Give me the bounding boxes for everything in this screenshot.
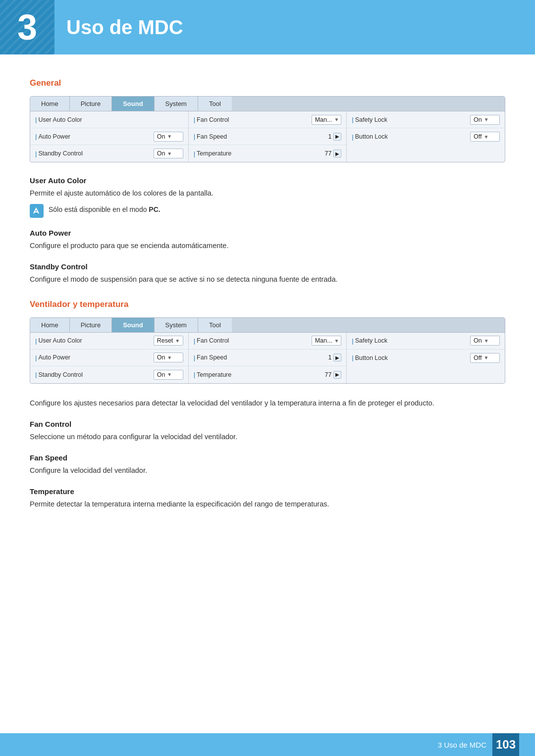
row-user-auto-color-2: | User Auto Color Reset ▼ [30,333,188,350]
marker-v2: | [35,354,37,361]
auto-power-select-2[interactable]: On ▼ [154,353,183,362]
marker-v5: | [194,354,195,361]
ventilador-panel: Home Picture Sound System Tool | User Au… [30,317,505,384]
row-safety-lock-2: | Safety Lock On ▼ [347,333,505,350]
fan-speed-value-2: 1 [321,354,331,361]
body-fan-speed: Configure la velocidad del ventilador. [30,465,505,476]
standby-control-value-1: On [157,150,165,157]
standby-control-arrow-2: ▼ [167,372,172,377]
standby-control-arrow-1: ▼ [167,151,172,156]
row-user-auto-color-1: | User Auto Color [30,111,188,128]
body-user-auto-color: Permite el ajuste automático de los colo… [30,188,505,199]
fan-control-select-2[interactable]: Man... ▼ [312,336,342,346]
row-temperature-1: | Temperature 77 ▶ [189,145,347,162]
general-col3: | Safety Lock On ▼ | Button Lock Off ▼ [347,111,505,162]
body-auto-power: Configure el producto para que se encien… [30,240,505,252]
auto-power-value-2: On [157,354,165,361]
temperature-nav-2: 77 ▶ [321,371,341,379]
footer-num-box: 103 [492,733,519,756]
label-fan-speed-1: Fan Speed [197,133,321,140]
marker-v6: | [194,371,195,378]
temperature-arrow-1[interactable]: ▶ [333,150,341,157]
body-fan-control: Seleccione un método para configurar la … [30,431,505,443]
safety-lock-value-1: On [474,116,482,123]
safety-lock-select-1[interactable]: On ▼ [470,115,500,125]
label-fan-control-2: Fan Control [197,337,312,344]
tab-system-1[interactable]: System [155,97,198,111]
marker-v3: | [35,371,37,378]
marker-7: | [352,116,353,123]
temperature-nav-1: 77 ▶ [321,150,341,157]
fan-speed-nav-2: 1 ▶ [321,353,341,361]
marker-2: | [35,133,37,140]
auto-power-arrow-2: ▼ [167,355,172,360]
note-row-user-auto-color: Sólo está disponible en el modo PC. [30,204,505,218]
sub-heading-user-auto-color: User Auto Color [30,176,505,185]
row-standby-control-2: | Standby Control On ▼ [30,366,188,383]
row-fan-control-2: | Fan Control Man... ▼ [189,333,347,350]
button-lock-select-2[interactable]: Off ▼ [470,353,500,363]
marker-v4: | [194,337,195,345]
ventilador-col2: | Fan Control Man... ▼ | Fan Speed 1 ▶ [189,333,347,383]
row-button-lock-1: | Button Lock Off ▼ [347,128,505,145]
label-fan-speed-2: Fan Speed [197,354,321,361]
button-lock-select-1[interactable]: Off ▼ [470,132,500,142]
safety-lock-arrow-2: ▼ [484,338,489,344]
marker-6: | [194,150,195,157]
fan-control-arrow-2: ▼ [334,338,339,344]
label-user-auto-color-2: User Auto Color [38,337,153,344]
marker-1: | [35,116,37,123]
standby-control-select-2[interactable]: On ▼ [154,370,183,380]
fan-control-arrow-1: ▼ [334,117,339,122]
tab-home-1[interactable]: Home [30,97,70,111]
tab-sound-2[interactable]: Sound [112,318,154,332]
tab-system-2[interactable]: System [155,318,198,332]
button-lock-value-1: Off [474,133,482,140]
ventilador-col1: | User Auto Color Reset ▼ | Auto Power O… [30,333,189,383]
ventilador-panel-body: | User Auto Color Reset ▼ | Auto Power O… [30,333,505,383]
general-panel: Home Picture Sound System Tool | User Au… [30,96,505,162]
row-fan-speed-1: | Fan Speed 1 ▶ [189,128,347,145]
tab-tool-2[interactable]: Tool [198,318,232,332]
section-general-title: General [30,78,505,88]
sub-heading-auto-power: Auto Power [30,229,505,237]
row-standby-control-1: | Standby Control On ▼ [30,145,188,162]
tab-home-2[interactable]: Home [30,318,70,332]
fan-speed-arrow-2[interactable]: ▶ [333,353,341,361]
tab-sound-1[interactable]: Sound [112,97,154,111]
auto-power-value-1: On [157,133,165,140]
tab-picture-1[interactable]: Picture [70,97,112,111]
standby-control-select-1[interactable]: On ▼ [154,149,183,158]
note-icon-user-auto-color [30,204,44,218]
sub-heading-fan-control: Fan Control [30,420,505,428]
row-button-lock-2: | Button Lock Off ▼ [347,350,505,366]
label-safety-lock-1: Safety Lock [355,116,470,123]
temperature-arrow-2[interactable]: ▶ [333,371,341,379]
label-fan-control-1: Fan Control [197,116,312,123]
footer-text: 3 Uso de MDC [438,741,486,749]
tab-tool-1[interactable]: Tool [198,97,232,111]
auto-power-select-1[interactable]: On ▼ [154,132,183,142]
user-auto-color-value-2: Reset [157,337,173,344]
label-safety-lock-2: Safety Lock [355,337,470,344]
note-svg [32,206,41,215]
row-auto-power-2: | Auto Power On ▼ [30,350,188,366]
header-title: Uso de MDC [66,16,183,39]
safety-lock-select-2[interactable]: On ▼ [470,336,500,346]
fan-control-select-1[interactable]: Man... ▼ [312,115,342,125]
section-ventilador-title: Ventilador y temperatura [30,300,505,309]
ventilador-col3: | Safety Lock On ▼ | Button Lock Off ▼ [347,333,505,383]
sub-heading-fan-speed: Fan Speed [30,454,505,462]
row-fan-speed-2: | Fan Speed 1 ▶ [189,350,347,366]
fan-speed-arrow-1[interactable]: ▶ [333,133,341,141]
user-auto-color-select-2[interactable]: Reset ▼ [154,336,183,346]
body-standby-control: Configure el modo de suspensión para que… [30,274,505,285]
temperature-value-2: 77 [321,371,331,378]
fan-speed-nav-1: 1 ▶ [321,133,341,141]
fan-control-value-1: Man... [315,116,332,123]
row-fan-control-1: | Fan Control Man... ▼ [189,111,347,128]
button-lock-value-2: Off [474,354,482,361]
tab-picture-2[interactable]: Picture [70,318,112,332]
label-auto-power-2: Auto Power [38,354,153,361]
note-text-user-auto-color: Sólo está disponible en el modo PC. [49,204,160,215]
